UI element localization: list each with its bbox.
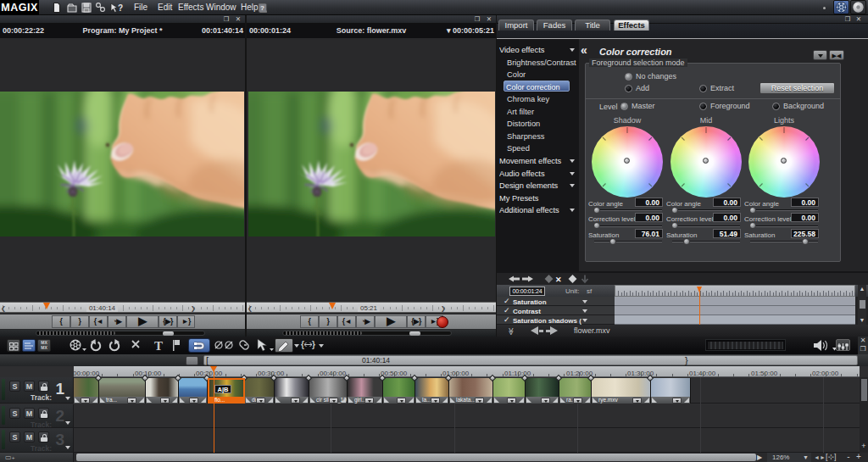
- svg-text:?: ?: [118, 3, 123, 13]
- svg-text:?: ?: [260, 4, 264, 12]
- svg-text:✕: ✕: [555, 276, 562, 284]
- svg-text:T: T: [154, 339, 163, 353]
